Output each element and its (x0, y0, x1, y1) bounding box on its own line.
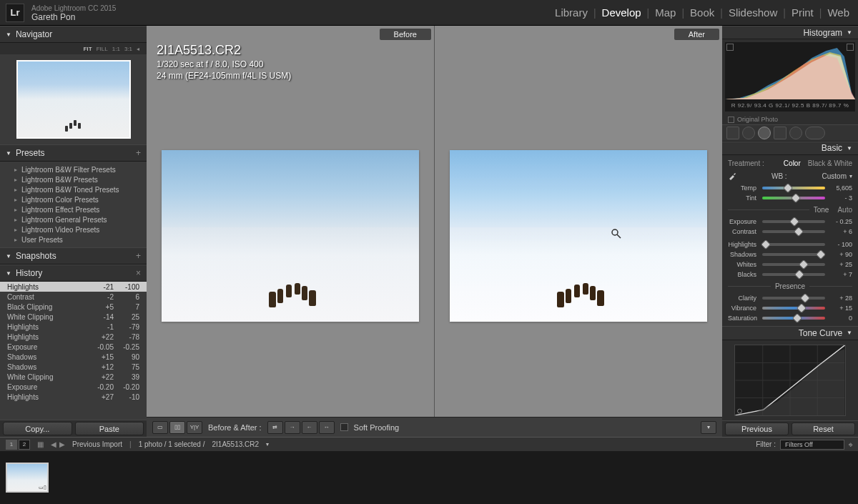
treatment-bw[interactable]: Black & White (808, 159, 852, 167)
preset-folder[interactable]: Lightroom Color Presets (0, 194, 147, 204)
after-pane[interactable]: After (435, 26, 722, 417)
history-row[interactable]: Shadows+1590 (0, 352, 147, 362)
module-print[interactable]: Print (789, 5, 817, 20)
contrast-slider[interactable]: Contrast+ 6 (728, 227, 852, 237)
wb-dropdown-icon[interactable]: ▾ (849, 173, 852, 179)
filmstrip[interactable]: ▭▯ (0, 451, 858, 504)
exposure-slider[interactable]: Exposure- 0.25 (728, 217, 852, 227)
radial-filter-tool[interactable] (789, 127, 802, 139)
preset-folder[interactable]: Lightroom B&W Filter Presets (0, 164, 147, 174)
zoom-3-1[interactable]: 3:1 (124, 46, 132, 52)
history-row[interactable]: Shadows+1275 (0, 362, 147, 372)
zoom-menu-icon[interactable]: ◂ (137, 46, 139, 52)
history-row[interactable]: Highlights-21-100 (0, 282, 147, 292)
presets-header[interactable]: ▼ Presets + (0, 144, 147, 162)
spot-removal-tool[interactable] (742, 127, 755, 139)
shadows-slider[interactable]: Shadows+ 90 (728, 249, 852, 260)
tint-slider[interactable]: Tint- 3 (728, 193, 852, 203)
basic-header[interactable]: Basic ▼ (722, 142, 858, 155)
previous-button[interactable]: Previous (725, 423, 789, 435)
soft-proof-checkbox[interactable] (340, 423, 348, 431)
wb-eyedropper-icon[interactable] (728, 172, 736, 180)
snapshots-header[interactable]: ▼ Snapshots + (0, 247, 147, 265)
crop-tool[interactable] (726, 127, 739, 139)
auto-tone-button[interactable]: Auto (833, 206, 852, 214)
wb-value[interactable]: Custom (822, 172, 847, 180)
adjustment-brush-tool[interactable] (805, 127, 825, 139)
vibrance-slider[interactable]: Vibrance+ 15 (728, 303, 852, 313)
clip-shadow-icon[interactable] (726, 44, 734, 51)
clip-highlight-icon[interactable] (847, 44, 854, 51)
history-row[interactable]: White Clipping+2239 (0, 372, 147, 382)
tone-curve-header[interactable]: Tone Curve ▼ (722, 326, 858, 340)
filter-dropdown[interactable]: Filters Off (780, 440, 844, 450)
history-row[interactable]: Highlights+27-10 (0, 392, 147, 402)
redeye-tool[interactable] (758, 127, 771, 139)
module-map[interactable]: Map (652, 5, 679, 20)
clear-history-icon[interactable]: × (136, 268, 141, 278)
history-row[interactable]: Highlights+22-78 (0, 332, 147, 342)
before-after-side-button[interactable]: ▯▯ (169, 421, 185, 434)
history-row[interactable]: Contrast-26 (0, 292, 147, 302)
histogram-body[interactable]: R 92.9/ 93.4 G 92.1/ 92.5 B 89.7/ 89.7 % (725, 42, 855, 112)
breadcrumb-menu-icon[interactable]: ▾ (266, 441, 269, 448)
copy-button[interactable]: Copy... (3, 422, 72, 435)
filter-lock-icon[interactable]: ⎆ (849, 441, 852, 448)
before-pane[interactable]: Before 2I1A5513.CR2 1/320 sec at f / 8.0… (147, 26, 435, 417)
module-library[interactable]: Library (552, 5, 591, 20)
original-photo-row[interactable]: Original Photo (722, 114, 858, 124)
preset-folder[interactable]: Lightroom B&W Presets (0, 174, 147, 184)
copy-before-to-after-button[interactable]: → (285, 421, 300, 434)
tone-curve-canvas[interactable] (734, 345, 846, 416)
history-header[interactable]: ▼ History × (0, 265, 147, 282)
history-row[interactable]: Exposure-0.05-0.25 (0, 342, 147, 352)
clarity-slider[interactable]: Clarity+ 28 (728, 293, 852, 303)
saturation-slider[interactable]: Saturation0 (728, 313, 852, 323)
grid-toggle-icon[interactable]: ▦ (37, 440, 44, 448)
navigator-header[interactable]: ▼ Navigator (0, 26, 147, 43)
history-row[interactable]: Black Clipping+57 (0, 302, 147, 312)
display-1-button[interactable]: 1 (6, 440, 17, 450)
swap-before-after-button[interactable]: ⇄ (267, 421, 283, 434)
navigator-body[interactable] (0, 54, 147, 144)
module-book[interactable]: Book (687, 5, 717, 20)
display-2-button[interactable]: 2 (19, 440, 30, 450)
add-preset-icon[interactable]: + (136, 148, 141, 158)
zoom-fill[interactable]: FILL (97, 46, 108, 52)
preset-folder[interactable]: User Presets (0, 234, 147, 244)
zoom-fit[interactable]: FIT (84, 46, 92, 52)
histogram-header[interactable]: Histogram ▼ (722, 26, 858, 39)
copy-both-button[interactable]: ↔ (319, 421, 335, 434)
module-web[interactable]: Web (824, 5, 852, 20)
original-photo-checkbox[interactable] (728, 117, 734, 123)
history-row[interactable]: Highlights-1-79 (0, 322, 147, 332)
treatment-color[interactable]: Color (784, 159, 801, 167)
history-row[interactable]: Exposure-0.20-0.20 (0, 382, 147, 392)
add-snapshot-icon[interactable]: + (136, 251, 141, 261)
temp-slider[interactable]: Temp5,605 (728, 183, 852, 193)
filmstrip-thumbnail[interactable]: ▭▯ (6, 463, 49, 493)
module-slideshow[interactable]: Slideshow (726, 5, 780, 20)
highlights-slider[interactable]: Highlights- 100 (728, 239, 852, 249)
paste-button[interactable]: Paste (75, 422, 144, 435)
zoom-1-1[interactable]: 1:1 (112, 46, 120, 52)
blacks-slider[interactable]: Blacks+ 7 (728, 270, 852, 280)
preset-folder[interactable]: Lightroom Effect Presets (0, 204, 147, 214)
before-after-split-button[interactable]: Y|Y (187, 421, 202, 434)
preset-folder[interactable]: Lightroom General Presets (0, 214, 147, 224)
loupe-view-button[interactable]: ▭ (152, 421, 168, 434)
graduated-filter-tool[interactable] (774, 127, 786, 139)
view-mode-group: ▭ ▯▯ Y|Y (152, 421, 202, 434)
history-row[interactable]: White Clipping-1425 (0, 312, 147, 322)
copy-after-to-before-button[interactable]: ← (302, 421, 317, 434)
navigator-thumbnail[interactable] (16, 60, 131, 139)
preset-folder[interactable]: Lightroom B&W Toned Presets (0, 184, 147, 194)
preset-folder[interactable]: Lightroom Video Presets (0, 224, 147, 234)
module-develop[interactable]: Develop (599, 5, 644, 20)
toolbar-menu-button[interactable]: ▾ (701, 421, 716, 434)
reset-button[interactable]: Reset (792, 423, 855, 435)
source-label[interactable]: Previous Import (72, 440, 122, 448)
back-arrow-icon[interactable]: ◀ (51, 440, 56, 448)
forward-arrow-icon[interactable]: ▶ (59, 440, 65, 448)
whites-slider[interactable]: Whites+ 25 (728, 260, 852, 270)
